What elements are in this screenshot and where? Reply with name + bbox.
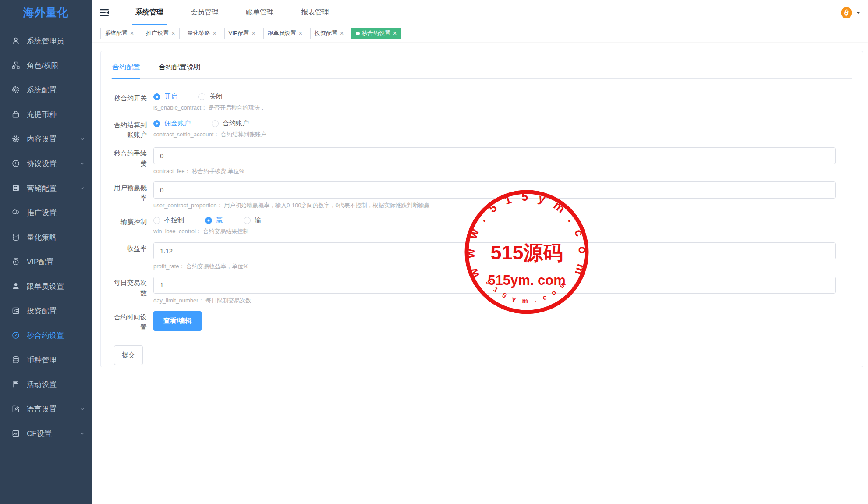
sidebar-item-vip[interactable]: VIP配置	[0, 249, 92, 274]
field-control-day-limit-number: day_limit_number： 每日限制交易次数	[153, 277, 836, 305]
view-edit-button[interactable]: 查看/编辑	[153, 311, 202, 331]
radio-option-关闭[interactable]: 关闭	[198, 92, 223, 101]
tag-label: 秒合约设置	[362, 29, 390, 37]
sidebar-item-label: VIP配置	[27, 257, 53, 267]
close-icon[interactable]: ×	[393, 30, 397, 36]
sidebar-item-label: 角色/权限	[27, 60, 59, 71]
field-label-is-enable-contract: 秒合约开关	[111, 92, 153, 112]
field-label-user-contract-proportion: 用户输赢概率	[111, 181, 153, 209]
radio-circle-icon	[198, 93, 205, 100]
tag-投资配置[interactable]: 投资配置×	[310, 28, 348, 39]
radio-circle-icon	[153, 93, 160, 100]
sidebar-item-label: 系统管理员	[27, 36, 64, 46]
sidebar-item-sys-config[interactable]: 系统配置	[0, 78, 92, 102]
speedometer-icon	[11, 331, 20, 340]
caret-down-icon[interactable]	[856, 10, 861, 15]
tab-合约配置说明[interactable]: 合约配置说明	[159, 58, 201, 78]
radio-option-输[interactable]: 输	[244, 216, 261, 224]
tag-系统配置[interactable]: 系统配置×	[100, 28, 138, 39]
radio-group-contract-settle-account: 佣金账户合约账户	[153, 119, 836, 128]
chevron-down-icon	[79, 185, 85, 191]
sidebar-item-invest[interactable]: 投资配置	[0, 298, 92, 323]
radio-option-佣金账户[interactable]: 佣金账户	[153, 119, 191, 128]
radio-option-不控制[interactable]: 不控制	[153, 216, 184, 224]
field-control-is-enable-contract: 开启关闭is_enable_contract： 是否开启秒合约玩法，	[153, 92, 836, 112]
person-icon	[11, 282, 20, 291]
settings-card: 合约配置合约配置说明 秒合约开关开启关闭is_enable_contract： …	[100, 51, 863, 367]
sidebar-item-label: 投资配置	[27, 306, 57, 316]
cf-icon	[11, 429, 20, 438]
input-user-contract-proportion[interactable]	[153, 181, 836, 199]
tag-量化策略[interactable]: 量化策略×	[183, 28, 221, 39]
sidebar-item-label: 跟单员设置	[27, 281, 64, 291]
radio-circle-icon	[212, 120, 219, 127]
sidebar-item-label: 内容设置	[27, 134, 57, 144]
sidebar-item-promotion[interactable]: 推广设置	[0, 200, 92, 225]
tab-合约配置[interactable]: 合约配置	[112, 58, 140, 78]
close-icon[interactable]: ×	[252, 30, 256, 36]
nav-tab-账单管理[interactable]: 账单管理	[239, 0, 281, 25]
form-row-day-limit-number: 每日交易次数day_limit_number： 每日限制交易次数	[111, 277, 852, 305]
sidebar-item-content[interactable]: 内容设置	[0, 127, 92, 151]
close-icon[interactable]: ×	[130, 30, 134, 36]
radio-option-开启[interactable]: 开启	[153, 92, 177, 101]
tag-label: 系统配置	[105, 29, 128, 37]
nav-tab-会员管理[interactable]: 会员管理	[184, 0, 226, 25]
sidebar-item-follower[interactable]: 跟单员设置	[0, 274, 92, 298]
input-contract-fee[interactable]	[153, 147, 836, 164]
tag-秒合约设置[interactable]: 秒合约设置×	[351, 28, 401, 39]
form-row-win-lose-control: 输赢控制不控制赢输win_lose_control： 合约交易结果控制	[111, 216, 852, 235]
radio-label: 输	[255, 216, 261, 224]
card-tabs: 合约配置合约配置说明	[111, 58, 852, 79]
sidebar-item-label: 协议设置	[27, 159, 57, 169]
tag-跟单员设置[interactable]: 跟单员设置×	[263, 28, 307, 39]
sidebar-item-currency[interactable]: 币种管理	[0, 348, 92, 372]
app-root: 海外量化 系统管理员角色/权限系统配置充提币种内容设置协议设置营销配置推广设置量…	[0, 0, 868, 504]
sidebar-collapse-icon[interactable]	[99, 7, 110, 18]
tag-label: 量化策略	[187, 29, 210, 37]
close-icon[interactable]: ×	[340, 30, 344, 36]
sidebar-item-roles[interactable]: 角色/权限	[0, 53, 92, 78]
radio-option-赢[interactable]: 赢	[205, 216, 223, 224]
radio-label: 赢	[216, 216, 223, 224]
close-icon[interactable]: ×	[298, 30, 303, 36]
radio-circle-icon	[205, 217, 212, 224]
submit-button[interactable]: 提交	[114, 345, 143, 365]
input-day-limit-number[interactable]	[153, 277, 836, 294]
sitemap-icon	[11, 61, 20, 70]
radio-label: 关闭	[209, 92, 223, 101]
sidebar-item-protocol[interactable]: 协议设置	[0, 151, 92, 176]
sidebar-item-cf[interactable]: CF设置	[0, 421, 92, 446]
sidebar-item-activity[interactable]: 活动设置	[0, 372, 92, 397]
sidebar-item-admin[interactable]: 系统管理员	[0, 28, 92, 53]
bitcoin-avatar-icon[interactable]: B	[840, 7, 853, 19]
nav-tab-系统管理[interactable]: 系统管理	[128, 0, 170, 25]
active-dot-icon	[356, 32, 360, 35]
contract-form: 秒合约开关开启关闭is_enable_contract： 是否开启秒合约玩法，合…	[111, 92, 852, 332]
user-menu[interactable]: B	[840, 7, 861, 19]
chevron-down-icon	[79, 406, 85, 412]
tag-VIP配置[interactable]: VIP配置×	[224, 28, 260, 39]
language-icon	[11, 405, 20, 413]
sidebar-item-label: 秒合约设置	[27, 330, 64, 341]
sidebar-item-contract[interactable]: 秒合约设置	[0, 323, 92, 348]
sidebar-item-label: 营销配置	[27, 183, 57, 193]
field-control-contract-fee: contract_fee： 秒合约手续费,单位%	[153, 147, 836, 175]
sidebar-item-coins[interactable]: 充提币种	[0, 102, 92, 127]
close-icon[interactable]: ×	[212, 30, 216, 36]
sidebar-item-marketing[interactable]: 营销配置	[0, 176, 92, 200]
sidebar-item-quant[interactable]: 量化策略	[0, 225, 92, 249]
tag-推广设置[interactable]: 推广设置×	[142, 28, 180, 39]
sidebar-item-label: 语言设置	[27, 404, 57, 414]
chevron-down-icon	[79, 430, 85, 437]
input-profit-rate[interactable]	[153, 242, 836, 259]
nav-tab-报表管理[interactable]: 报表管理	[294, 0, 336, 25]
gear-filled-icon	[11, 135, 20, 143]
database-icon	[11, 233, 20, 241]
radio-option-合约账户[interactable]: 合约账户	[212, 119, 249, 128]
sidebar-item-label: CF设置	[27, 429, 52, 439]
app-logo: 海外量化	[0, 0, 92, 25]
close-icon[interactable]: ×	[171, 30, 175, 36]
sidebar-item-language[interactable]: 语言设置	[0, 397, 92, 421]
tag-label: 推广设置	[146, 29, 169, 37]
